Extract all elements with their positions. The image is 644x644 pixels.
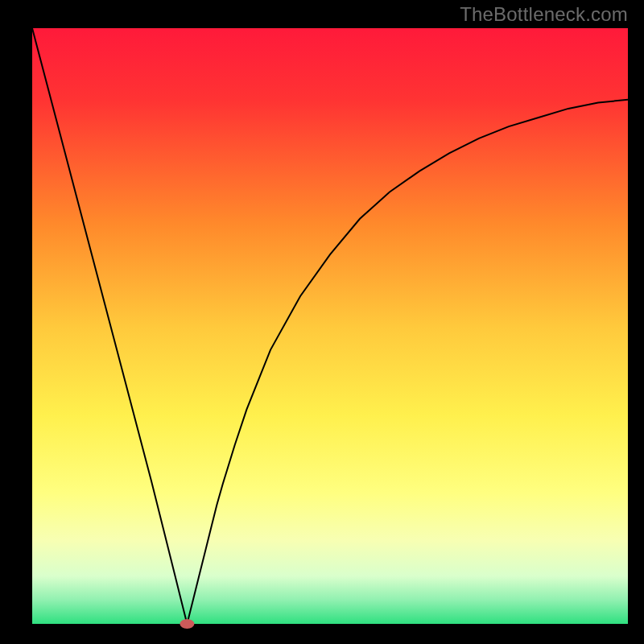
watermark-text: TheBottleneck.com xyxy=(460,3,628,26)
bottleneck-chart xyxy=(0,0,644,644)
minimum-marker xyxy=(180,619,194,629)
chart-frame: TheBottleneck.com xyxy=(0,0,644,644)
